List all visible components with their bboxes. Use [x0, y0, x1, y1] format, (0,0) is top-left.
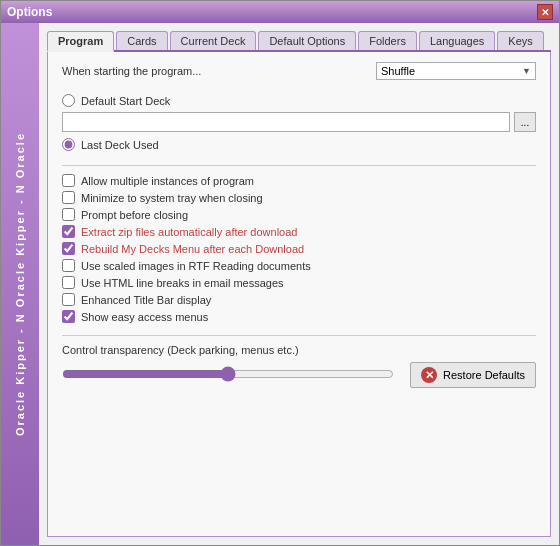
default-deck-field-container: ...: [62, 112, 536, 132]
dropdown-arrow-icon: ▼: [522, 66, 531, 76]
main-content: Program Cards Current Deck Default Optio…: [39, 23, 559, 545]
slider-container: [62, 366, 394, 385]
browse-button[interactable]: ...: [514, 112, 536, 132]
tab-program[interactable]: Program: [47, 31, 114, 52]
tab-cards[interactable]: Cards: [116, 31, 167, 50]
checkbox-row-scaled: Use scaled images in RTF Reading documen…: [62, 259, 536, 272]
checkbox-rebuild[interactable]: [62, 242, 75, 255]
program-tab-content: When starting the program... Shuffle ▼ D…: [47, 52, 551, 537]
checkbox-row-tray: Minimize to system tray when closing: [62, 191, 536, 204]
checkbox-scaled[interactable]: [62, 259, 75, 272]
startup-label: When starting the program...: [62, 65, 201, 77]
tab-current-deck[interactable]: Current Deck: [170, 31, 257, 50]
close-button[interactable]: ✕: [537, 4, 553, 20]
tab-keys[interactable]: Keys: [497, 31, 543, 50]
sidebar: Oracle Kipper - N Oracle Kipper - N Orac…: [1, 23, 39, 545]
default-deck-input[interactable]: [62, 112, 510, 132]
checkbox-row-easy: Show easy access menus: [62, 310, 536, 323]
title-bar: Options ✕: [1, 1, 559, 23]
checkbox-label-html: Use HTML line breaks in email messages: [81, 277, 284, 289]
checkbox-label-easy: Show easy access menus: [81, 311, 208, 323]
dropdown-value: Shuffle: [381, 65, 415, 77]
default-deck-radio[interactable]: [62, 94, 75, 107]
checkbox-html[interactable]: [62, 276, 75, 289]
deck-radio-group: Default Start Deck ... Last Deck Used: [62, 94, 536, 151]
checkbox-label-multi: Allow multiple instances of program: [81, 175, 254, 187]
last-deck-radio[interactable]: [62, 138, 75, 151]
checkbox-title[interactable]: [62, 293, 75, 306]
restore-icon: ✕: [421, 367, 437, 383]
checkbox-label-extract: Extract zip files automatically after do…: [81, 226, 297, 238]
checkbox-label-title: Enhanced Title Bar display: [81, 294, 211, 306]
window-body: Oracle Kipper - N Oracle Kipper - N Orac…: [1, 23, 559, 545]
last-deck-label: Last Deck Used: [81, 139, 159, 151]
bottom-section: Control transparency (Deck parking, menu…: [62, 344, 536, 388]
checkbox-row-extract: Extract zip files automatically after do…: [62, 225, 536, 238]
sidebar-text: Oracle Kipper - N Oracle Kipper - N Orac…: [14, 132, 26, 436]
divider-2: [62, 335, 536, 336]
divider-1: [62, 165, 536, 166]
checkbox-label-rebuild: Rebuild My Decks Menu after each Downloa…: [81, 243, 304, 255]
options-window: Options ✕ Oracle Kipper - N Oracle Kippe…: [0, 0, 560, 546]
checkbox-group: Allow multiple instances of program Mini…: [62, 174, 536, 323]
checkbox-row-multi: Allow multiple instances of program: [62, 174, 536, 187]
checkbox-label-tray: Minimize to system tray when closing: [81, 192, 263, 204]
checkbox-extract[interactable]: [62, 225, 75, 238]
checkbox-multi[interactable]: [62, 174, 75, 187]
checkbox-row-rebuild: Rebuild My Decks Menu after each Downloa…: [62, 242, 536, 255]
tab-languages[interactable]: Languages: [419, 31, 495, 50]
default-deck-label: Default Start Deck: [81, 95, 170, 107]
checkbox-label-scaled: Use scaled images in RTF Reading documen…: [81, 260, 311, 272]
transparency-label: Control transparency (Deck parking, menu…: [62, 344, 536, 356]
slider-row: ✕ Restore Defaults: [62, 362, 536, 388]
last-deck-row: Last Deck Used: [62, 138, 536, 151]
checkbox-label-prompt: Prompt before closing: [81, 209, 188, 221]
default-deck-row: Default Start Deck: [62, 94, 536, 107]
checkbox-prompt[interactable]: [62, 208, 75, 221]
tab-bar: Program Cards Current Deck Default Optio…: [47, 31, 551, 52]
tab-default-options[interactable]: Default Options: [258, 31, 356, 50]
checkbox-row-prompt: Prompt before closing: [62, 208, 536, 221]
startup-dropdown[interactable]: Shuffle ▼: [376, 62, 536, 80]
transparency-slider[interactable]: [62, 366, 394, 382]
startup-section: When starting the program... Shuffle ▼: [62, 62, 536, 80]
restore-label: Restore Defaults: [443, 369, 525, 381]
checkbox-row-html: Use HTML line breaks in email messages: [62, 276, 536, 289]
tab-folders[interactable]: Folders: [358, 31, 417, 50]
checkbox-easy[interactable]: [62, 310, 75, 323]
restore-defaults-button[interactable]: ✕ Restore Defaults: [410, 362, 536, 388]
checkbox-row-title: Enhanced Title Bar display: [62, 293, 536, 306]
window-title: Options: [7, 5, 52, 19]
checkbox-tray[interactable]: [62, 191, 75, 204]
